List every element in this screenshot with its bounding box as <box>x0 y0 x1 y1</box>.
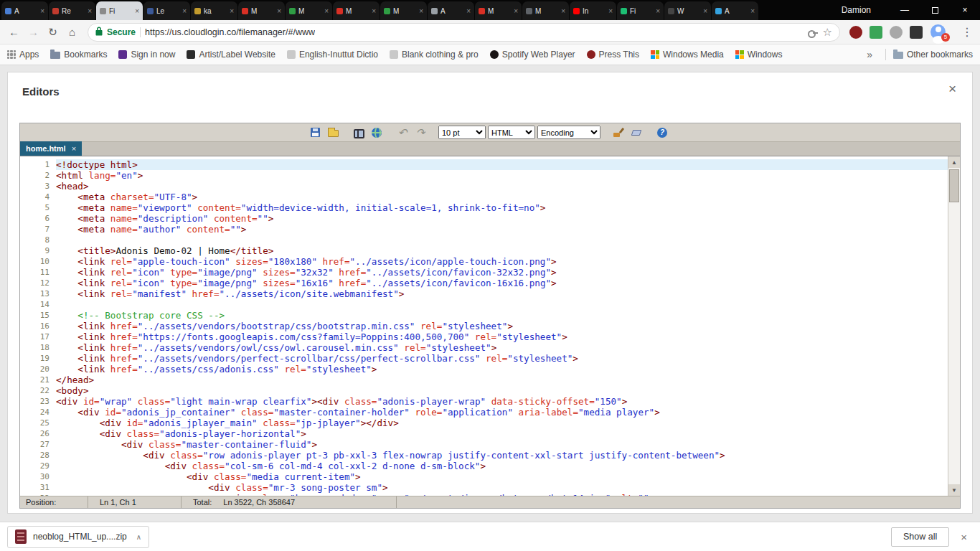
code-line[interactable]: 8 <box>20 235 948 245</box>
bookmark-item[interactable]: Artist/Label Website <box>187 50 275 60</box>
eraser-icon-button[interactable] <box>628 126 644 140</box>
code-area[interactable]: 1<!doctype html>2<html lang="en">3<head>… <box>20 156 960 496</box>
menu-icon[interactable]: ⋮ <box>961 25 973 39</box>
tab-close-icon[interactable]: × <box>466 7 471 15</box>
bookmark-item[interactable]: Windows <box>735 50 783 60</box>
code-line[interactable]: 7 <meta name="author" content=""> <box>20 224 948 235</box>
code-line[interactable]: 13 <link rel="manifest" href="../assets/… <box>20 288 948 299</box>
tab-close-icon[interactable]: × <box>182 7 187 15</box>
forward-button[interactable]: → <box>24 22 43 42</box>
browser-tab[interactable]: Fi× <box>617 1 664 20</box>
browser-tab[interactable]: M× <box>522 1 569 20</box>
key-icon[interactable] <box>807 27 819 38</box>
code-line[interactable]: 6 <meta name="description" content=""> <box>20 213 948 224</box>
browser-tab[interactable]: A× <box>712 1 758 20</box>
encoding-select[interactable]: Encoding <box>537 126 600 139</box>
extension-icon-3[interactable] <box>890 26 903 39</box>
tab-close-icon[interactable]: × <box>656 7 660 15</box>
download-bar-close-icon[interactable]: × <box>961 531 967 543</box>
tab-close-icon[interactable]: × <box>230 7 234 15</box>
code-line[interactable]: 11 <link rel="icon" type="image/png" siz… <box>20 267 948 278</box>
address-bar[interactable]: Secure https://us.cloudlogin.co/filemana… <box>88 23 840 42</box>
browser-tab[interactable]: Fi× <box>96 1 143 20</box>
bookmark-item[interactable]: Bookmarks <box>50 50 107 60</box>
extension-icon-4[interactable] <box>910 26 923 39</box>
scroll-up-icon[interactable]: ▲ <box>948 156 960 168</box>
code-line[interactable]: 1<!doctype html> <box>20 159 948 170</box>
code-line[interactable]: 2<html lang="en"> <box>20 170 948 181</box>
code-line[interactable]: 28 <div class="row adonis-player pt-3 pb… <box>20 450 948 461</box>
profile-name[interactable]: Damion <box>842 5 871 15</box>
code-line[interactable]: 21</head> <box>20 375 948 385</box>
refresh-button[interactable]: ↻ <box>43 22 62 42</box>
bookmark-item[interactable]: Press This <box>587 50 639 60</box>
bookmarks-overflow-icon[interactable]: » <box>867 49 872 60</box>
tab-close-icon[interactable]: × <box>419 7 423 15</box>
code-line[interactable]: 26 <div class="adonis-player-horizontal"… <box>20 428 948 439</box>
undo-icon-button[interactable] <box>395 126 410 140</box>
help-icon-button[interactable] <box>654 126 670 140</box>
syntax-select[interactable]: HTML <box>488 126 535 139</box>
code-line[interactable]: 19 <link href="../assets/vendors/perfect… <box>20 353 948 364</box>
open-icon-button[interactable] <box>325 126 341 140</box>
tab-close-icon[interactable]: × <box>703 7 707 15</box>
code-line[interactable]: 20 <link href="../assets/css/adonis.css"… <box>20 364 948 375</box>
code-line[interactable]: 4 <meta charset="UTF-8"> <box>20 192 948 202</box>
close-button[interactable]: × <box>950 0 980 20</box>
other-bookmarks[interactable]: Other bookmarks <box>893 50 973 60</box>
code-line[interactable]: 14 <box>20 299 948 310</box>
tab-close-icon[interactable]: × <box>324 7 329 15</box>
show-all-button[interactable]: Show all <box>891 527 949 547</box>
bookmark-item[interactable]: Blank clothing & pro <box>390 50 479 60</box>
code-line[interactable]: 30 <div class="media current-item"> <box>20 471 948 482</box>
browser-tab[interactable]: M× <box>380 1 427 20</box>
bookmark-item[interactable]: Apps <box>7 50 39 60</box>
download-item[interactable]: neoblog_HTML_up....zip ∧ <box>7 526 149 548</box>
code-line[interactable]: 31 <div class="mr-3 song-poster sm"> <box>20 482 948 493</box>
tab-close-icon[interactable]: × <box>372 7 376 15</box>
browser-tab[interactable]: A× <box>1 1 48 20</box>
dialog-close-icon[interactable]: × <box>948 81 956 97</box>
minimize-button[interactable]: — <box>890 0 920 20</box>
browser-tab[interactable]: ka× <box>191 1 237 20</box>
redo-icon-button[interactable] <box>413 126 428 140</box>
code-line[interactable]: 5 <meta name="viewport" content="width=d… <box>20 202 948 213</box>
editor-tab-close-icon[interactable]: × <box>72 144 76 153</box>
code-line[interactable]: 22<body> <box>20 385 948 396</box>
bookmark-star-icon[interactable]: ☆ <box>823 27 832 37</box>
code-line[interactable]: 25 <div id="adonis_jplayer_main" class="… <box>20 418 948 428</box>
tab-close-icon[interactable]: × <box>135 7 139 15</box>
vertical-scrollbar[interactable]: ▲ ▼ <box>948 156 960 496</box>
bookmark-item[interactable]: Sign in now <box>118 50 175 60</box>
browser-tab[interactable]: M× <box>475 1 522 20</box>
extension-icon-2[interactable] <box>870 26 882 39</box>
browser-tab[interactable]: M× <box>238 1 285 20</box>
scroll-thumb[interactable] <box>949 169 959 202</box>
browser-tab[interactable]: In× <box>570 1 616 20</box>
maximize-button[interactable] <box>920 0 950 20</box>
code-line[interactable]: 3<head> <box>20 181 948 192</box>
browser-tab[interactable]: Le× <box>143 1 190 20</box>
code-line[interactable]: 15 <!-- Bootstrap core CSS --> <box>20 310 948 321</box>
extension-icon-1[interactable] <box>849 26 862 39</box>
download-caret-icon[interactable]: ∧ <box>136 533 141 541</box>
code-line[interactable]: 29 <div class="col-sm-6 col-md-4 col-xxl… <box>20 461 948 471</box>
editor-tab-home[interactable]: home.html × <box>20 141 82 156</box>
code-line[interactable]: 17 <link href="https://fonts.googleapis.… <box>20 331 948 342</box>
code-line[interactable]: 24 <div id="adonis_jp_container" class="… <box>20 407 948 418</box>
tab-close-icon[interactable]: × <box>277 7 281 15</box>
code-line[interactable]: 32 <img class="box-rounded-sm" src="../a… <box>20 493 948 496</box>
tab-close-icon[interactable]: × <box>40 7 44 15</box>
url-text[interactable]: https://us.cloudlogin.co/filemanager/#/w… <box>145 27 315 37</box>
code-line[interactable]: 27 <div class="master-container-fluid"> <box>20 439 948 450</box>
code-line[interactable]: 18 <link href="../assets/vendors/owl/css… <box>20 342 948 353</box>
tab-close-icon[interactable]: × <box>608 7 613 15</box>
bookmark-item[interactable]: English-Inuttut Dictio <box>287 50 378 60</box>
browser-tab[interactable]: W× <box>664 1 711 20</box>
browser-tab[interactable]: M× <box>286 1 332 20</box>
browser-tab[interactable]: A× <box>428 1 474 20</box>
back-button[interactable]: ← <box>4 22 24 42</box>
bookmark-item[interactable]: Spotify Web Player <box>490 50 575 60</box>
code-line[interactable]: 9 <title>Adonis Demo-02 | Home</title> <box>20 245 948 256</box>
find-icon-button[interactable] <box>351 126 367 140</box>
